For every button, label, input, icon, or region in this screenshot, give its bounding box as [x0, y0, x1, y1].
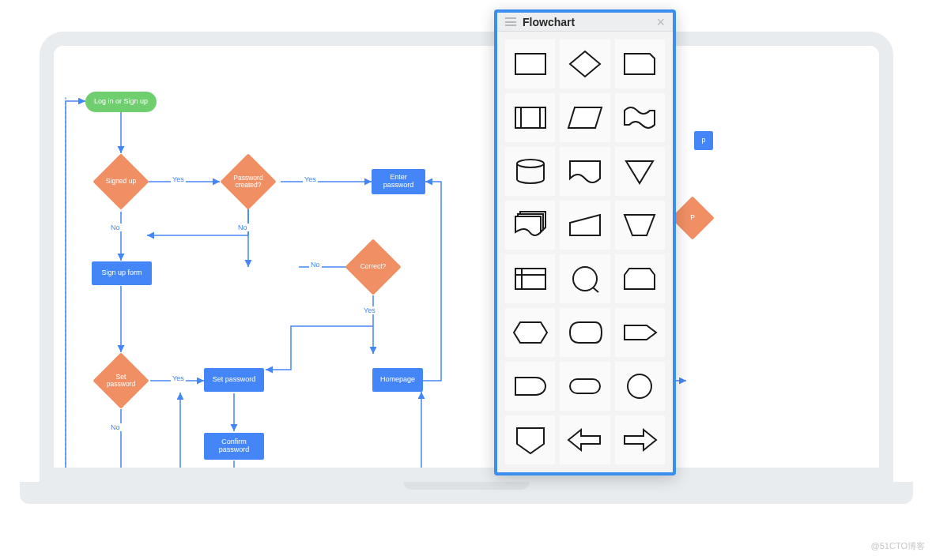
edge-no: No	[109, 224, 122, 231]
shape-terminator[interactable]	[560, 362, 610, 411]
shape-subprocess[interactable]	[505, 93, 555, 142]
shape-palette[interactable]: Flowchart ×	[494, 9, 676, 475]
shape-arrow-right[interactable]	[615, 415, 665, 464]
node-confirm-password[interactable]: Confirm password	[204, 433, 264, 460]
svg-rect-9	[570, 379, 600, 393]
palette-header[interactable]: Flowchart ×	[497, 13, 673, 32]
shape-card[interactable]	[615, 39, 665, 88]
shape-delay[interactable]	[505, 362, 555, 411]
node-set-password[interactable]: Set password	[204, 368, 264, 392]
shape-triangle-down[interactable]	[615, 147, 665, 196]
hamburger-icon[interactable]	[505, 17, 516, 26]
laptop-base	[20, 482, 913, 504]
shape-offpage[interactable]	[505, 415, 555, 464]
shape-display[interactable]	[560, 308, 610, 357]
edge-yes-3: Yes	[362, 306, 377, 314]
flow-connectors	[54, 46, 879, 468]
svg-rect-5	[515, 269, 545, 289]
flowchart-canvas[interactable]: Log in or Sign up Signed up Yes No Passw…	[54, 46, 879, 468]
node-p-decision[interactable]: P	[670, 196, 715, 240]
palette-grid	[497, 32, 673, 472]
shape-document[interactable]	[560, 147, 610, 196]
node-homepage[interactable]: Homepage	[372, 368, 423, 392]
edge-no-4: No	[109, 423, 122, 431]
shape-circle-loop[interactable]	[560, 254, 610, 303]
shape-manual-input[interactable]	[560, 201, 610, 250]
watermark: @51CTO博客	[871, 540, 925, 552]
svg-point-4	[517, 160, 544, 167]
svg-point-10	[628, 374, 651, 398]
edge-yes-4: Yes	[171, 374, 186, 382]
laptop-screen: Log in or Sign up Signed up Yes No Passw…	[40, 32, 893, 482]
close-icon[interactable]: ×	[656, 15, 665, 29]
svg-rect-0	[515, 54, 545, 74]
shape-trapezoid[interactable]	[615, 201, 665, 250]
shape-rectangle[interactable]	[505, 39, 555, 88]
edge-no-3: No	[236, 224, 249, 231]
node-correct[interactable]: Correct?	[345, 239, 402, 295]
laptop-frame: Log in or Sign up Signed up Yes No Passw…	[40, 32, 893, 537]
palette-title: Flowchart	[523, 16, 650, 28]
node-start[interactable]: Log in or Sign up	[85, 92, 157, 112]
node-set-password-decision[interactable]: Set password	[92, 352, 149, 409]
shape-internal-storage[interactable]	[505, 254, 555, 303]
node-enter-password[interactable]: Enter password	[372, 169, 425, 194]
shape-preparation[interactable]	[505, 308, 555, 357]
node-signed-up[interactable]: Signed up	[92, 153, 149, 210]
svg-rect-1	[515, 107, 545, 128]
node-sign-up-form[interactable]: Sign up form	[92, 261, 152, 285]
camera-dot	[463, 36, 470, 42]
edge-yes-2: Yes	[303, 175, 318, 183]
shape-loop-limit[interactable]	[615, 254, 665, 303]
node-p-box[interactable]: p	[694, 131, 713, 150]
shape-label[interactable]	[615, 308, 665, 357]
shape-multi-document[interactable]	[505, 201, 555, 250]
shape-arrow-left[interactable]	[560, 415, 610, 464]
shape-diamond[interactable]	[560, 39, 610, 88]
node-password-created[interactable]: Password created?	[220, 153, 277, 210]
shape-circle[interactable]	[615, 362, 665, 411]
shape-parallelogram[interactable]	[560, 93, 610, 142]
shape-database[interactable]	[505, 147, 555, 196]
shape-wave[interactable]	[615, 93, 665, 142]
edge-yes: Yes	[171, 175, 186, 183]
edge-no-2: No	[309, 261, 322, 269]
